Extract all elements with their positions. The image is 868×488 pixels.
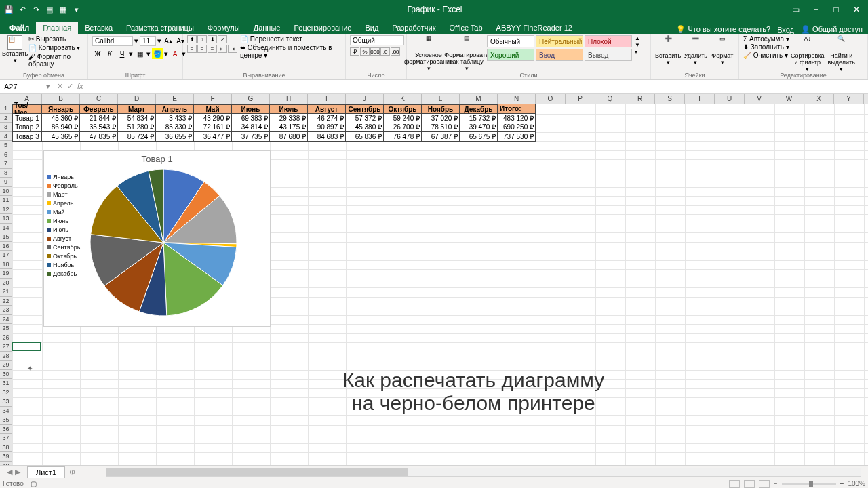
pie-chart[interactable]: Товар 1ЯнварьФевральМартАпрельМайИюньИюл… [43,150,271,327]
row-header-17[interactable]: 17 [0,251,12,260]
row-header-36[interactable]: 36 [0,425,12,434]
style-Ввод[interactable]: Ввод [536,49,583,61]
row-header-20[interactable]: 20 [0,279,12,288]
row-header-11[interactable]: 11 [0,196,12,205]
table-cell[interactable]: 36 655 ₽ [156,132,194,142]
table-cell[interactable]: Товар 3 [12,132,42,142]
table-cell[interactable]: 59 240 ₽ [384,114,422,123]
row-header-6[interactable]: 6 [0,150,12,160]
row-header-18[interactable]: 18 [0,260,12,270]
style-Плохой[interactable]: Плохой [585,35,632,47]
italic-button[interactable]: К [104,48,115,59]
row-header-24[interactable]: 24 [0,315,12,325]
row-header-31[interactable]: 31 [0,379,12,388]
maximize-icon[interactable]: □ [827,5,845,14]
row-header-3[interactable]: 3 [0,123,12,132]
styles-more-icon[interactable]: ▾ [635,49,640,55]
tab-разметка-страницы[interactable]: Разметка страницы [119,22,201,34]
sheet-nav-prev-icon[interactable]: ◀ [7,468,12,476]
table-cell[interactable]: 34 814 ₽ [232,123,270,132]
fx-icon[interactable]: fx [77,82,83,91]
macro-record-icon[interactable]: ▢ [31,480,37,487]
align-middle-icon[interactable]: ↕ [197,35,207,43]
style-Нейтральный[interactable]: Нейтральный [536,35,583,47]
fill-color-button[interactable]: 🪣 [152,48,163,59]
bold-button[interactable]: Ж [92,48,103,59]
table-cell[interactable]: Товар 2 [12,123,42,132]
table-header-cell[interactable]: Тов/Мес [12,104,42,114]
styles-down-icon[interactable]: ▼ [635,42,640,48]
col-header-X[interactable]: X [804,94,834,104]
table-cell[interactable]: 45 360 ₽ [42,114,80,123]
table-cell[interactable]: 86 940 ₽ [42,123,80,132]
table-header-cell[interactable]: Март [118,104,156,114]
table-cell[interactable]: 43 175 ₽ [270,123,308,132]
dec-decimal-icon[interactable]: .00 [391,47,400,56]
styles-up-icon[interactable]: ▲ [635,35,640,41]
sign-in[interactable]: Вход [777,26,794,34]
row-header-22[interactable]: 22 [0,297,12,306]
table-cell[interactable]: 737 530 ₽ [498,132,536,142]
col-header-K[interactable]: K [384,94,422,104]
tab-office-tab[interactable]: Office Tab [442,22,489,34]
table-cell[interactable]: 37 735 ₽ [232,132,270,142]
zoom-out-icon[interactable]: − [774,480,778,487]
align-center-icon[interactable]: ≡ [197,45,207,53]
col-header-N[interactable]: N [498,94,536,104]
row-header-8[interactable]: 8 [0,169,12,178]
table-header-cell[interactable]: Июль [270,104,308,114]
tab-данные[interactable]: Данные [247,22,288,34]
table-cell[interactable]: 87 680 ₽ [270,132,308,142]
col-header-R[interactable]: R [625,94,655,104]
style-Хороший[interactable]: Хороший [487,49,534,61]
add-sheet-button[interactable]: ⊕ [65,468,79,476]
table-cell[interactable]: 85 330 ₽ [156,123,194,132]
table-cell[interactable]: 35 543 ₽ [80,123,118,132]
row-header-9[interactable]: 9 [0,178,12,187]
col-header-O[interactable]: O [536,94,566,104]
comma-icon[interactable]: 000 [370,47,380,56]
row-header-35[interactable]: 35 [0,415,12,425]
col-header-Y[interactable]: Y [834,94,864,104]
inc-decimal-icon[interactable]: .0 [380,47,390,56]
row-header-29[interactable]: 29 [0,361,12,370]
table-cell[interactable]: 39 470 ₽ [460,123,498,132]
col-header-S[interactable]: S [655,94,685,104]
tab-рецензирование[interactable]: Рецензирование [287,22,358,34]
copy-button[interactable]: 📄 Копировать ▾ [28,44,83,52]
sort-filter-button[interactable]: A↓Сортировка и фильтр▾ [792,35,823,73]
insert-cells-button[interactable]: ➕Вставить▾ [655,35,681,66]
table-cell[interactable]: 483 120 ₽ [498,114,536,123]
table-cell[interactable]: 15 732 ₽ [460,114,498,123]
table-cell[interactable]: 45 365 ₽ [42,132,80,142]
style-Вывод[interactable]: Вывод [585,49,632,61]
align-right-icon[interactable]: ≡ [208,45,217,53]
table-cell[interactable]: 47 835 ₽ [80,132,118,142]
qat-icon-2[interactable]: ▦ [58,5,68,14]
undo-icon[interactable]: ↶ [18,5,27,14]
row-header-5[interactable]: 5 [0,141,12,150]
delete-cells-button[interactable]: ➖Удалить▾ [684,35,707,66]
style-Обычный[interactable]: Обычный [487,35,534,47]
table-cell[interactable]: 54 834 ₽ [118,114,156,123]
autosum-button[interactable]: Σ Автосумма ▾ [743,35,789,43]
zoom-slider[interactable] [782,483,836,485]
table-header-cell[interactable]: Декабрь [460,104,498,114]
table-cell[interactable]: 78 510 ₽ [422,123,460,132]
table-cell[interactable]: Товар 1 [12,114,42,123]
row-header-7[interactable]: 7 [0,159,12,169]
cells-area[interactable]: Тов/МесЯнварьФевральМартАпрельМайИюньИюл… [12,104,868,465]
align-bottom-icon[interactable]: ⬇ [208,35,217,43]
wrap-text-button[interactable]: 📄 Перенести текст [240,35,341,43]
col-header-Q[interactable]: Q [595,94,625,104]
save-icon[interactable]: 💾 [4,5,14,14]
table-cell[interactable]: 29 338 ₽ [270,114,308,123]
format-cells-button[interactable]: ▭Формат▾ [711,35,734,66]
merge-center-button[interactable]: ⬌ Объединить и поместить в центре ▾ [240,44,341,59]
redo-icon[interactable]: ↷ [31,5,41,14]
table-cell[interactable]: 3 433 ₽ [156,114,194,123]
font-size-input[interactable]: 11 [140,36,156,46]
table-cell[interactable]: 69 383 ₽ [232,114,270,123]
tab-главная[interactable]: Главная [36,22,78,34]
row-header-21[interactable]: 21 [0,287,12,297]
